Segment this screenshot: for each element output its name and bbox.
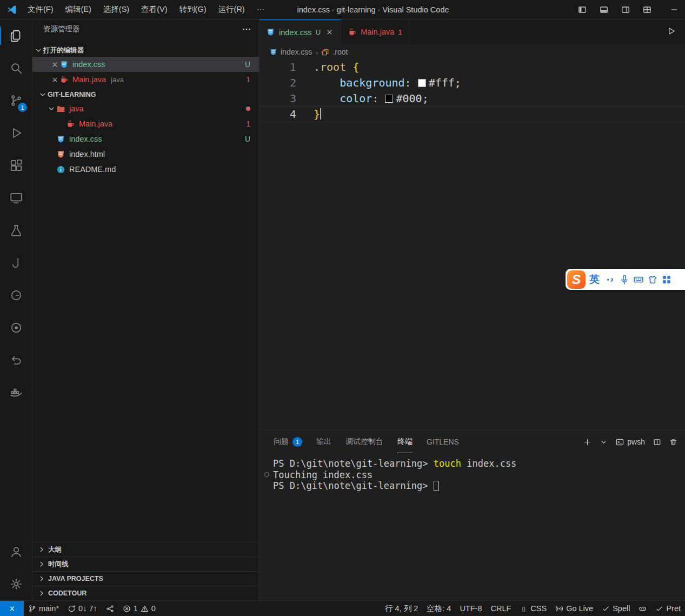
more-actions-icon[interactable] [242, 24, 251, 34]
menu-item-5[interactable]: 运行(R) [212, 0, 250, 19]
launch-profile-button[interactable] [600, 438, 608, 446]
run-button[interactable] [667, 27, 677, 37]
panel-tab-0[interactable]: 问题1 [274, 430, 302, 453]
line-number[interactable]: 1 [260, 59, 296, 75]
activity-extensions[interactable] [0, 149, 32, 182]
color-swatch[interactable] [418, 79, 426, 87]
activity-java[interactable] [0, 247, 32, 279]
remote-icon [8, 605, 16, 613]
activity-source-control[interactable]: 1 [0, 84, 32, 117]
status-source-control-graph[interactable] [102, 601, 118, 616]
panel-tab-2[interactable]: 调试控制台 [345, 430, 383, 453]
status-copilot[interactable] [634, 601, 651, 616]
shell-pwsh-button[interactable]: pwsh [616, 438, 645, 446]
activity-remote-explorer[interactable] [0, 182, 32, 214]
status-cursor-position[interactable]: 行 4, 列 2 [381, 601, 422, 616]
sidebar-section-0[interactable]: 大纲 [32, 542, 259, 557]
menu-item-0[interactable]: 文件(F) [22, 0, 59, 19]
activity-gradle[interactable] [0, 279, 32, 312]
tab-index.css[interactable]: index.cssU [260, 19, 341, 44]
line-number[interactable]: 3 [260, 91, 296, 107]
menu-item-4[interactable]: 转到(G) [174, 0, 212, 19]
explorer-item-Main.java[interactable]: Main.java1 [32, 116, 259, 131]
toggle-panel-button[interactable] [593, 0, 615, 19]
breadcrumb-item[interactable]: .root [332, 48, 348, 56]
panel-tab-label: 问题 [274, 437, 289, 447]
status-problems[interactable]: 10 [118, 601, 160, 616]
status-indentation[interactable]: 空格: 4 [422, 601, 455, 616]
ime-skin-icon[interactable] [646, 274, 660, 285]
status-eol[interactable]: CRLF [486, 601, 515, 616]
tab-Main.java[interactable]: Main.java1 [341, 19, 409, 44]
activity-docker[interactable] [0, 376, 32, 409]
explorer-item-README.md[interactable]: README.md [32, 162, 259, 177]
toggle-sidebar-button[interactable] [571, 0, 593, 19]
status-language-mode[interactable]: {}CSS [515, 601, 551, 616]
activity-testing[interactable] [0, 214, 32, 247]
ime-grid-icon[interactable] [660, 274, 674, 285]
menu-item-1[interactable]: 编辑(E) [59, 0, 97, 19]
explorer-item-index.css[interactable]: index.cssU [32, 57, 259, 72]
line-number[interactable]: 4 [260, 107, 296, 122]
activity-explorer[interactable] [0, 19, 32, 52]
panel-tab-bar: 问题1输出调试控制台终端GITLENS pwsh [260, 430, 685, 453]
docker-icon [9, 386, 23, 400]
sidebar-section-3[interactable]: CODETOUR [32, 586, 259, 600]
status-branch[interactable]: main* [24, 601, 63, 616]
activity-search[interactable] [0, 52, 32, 84]
activity-run-and-debug[interactable] [0, 117, 32, 149]
panel-tab-3[interactable]: 终端 [397, 430, 413, 453]
split-terminal-button[interactable] [653, 438, 661, 446]
close-icon[interactable] [50, 76, 59, 83]
activity-settings[interactable] [0, 568, 32, 600]
menu-item-2[interactable]: 选择(S) [97, 0, 135, 19]
explorer-item-index.html[interactable]: index.html [32, 147, 259, 162]
terminal[interactable]: PS D:\git\note\git-learning> touch index… [260, 453, 685, 600]
new-terminal-button[interactable] [583, 438, 591, 446]
activity-coverage[interactable] [0, 312, 32, 344]
breadcrumb-item[interactable]: index.css [281, 48, 312, 56]
sidebar-section-1[interactable]: 时间线 [32, 557, 259, 571]
sogou-logo[interactable]: S [567, 270, 586, 289]
status-prettier[interactable]: Pret [651, 601, 685, 616]
window-controls [571, 0, 685, 19]
explorer-item-index.css[interactable]: index.cssU [32, 131, 259, 147]
sidebar-filler [32, 177, 259, 542]
panel-tab-4[interactable]: GITLENS [427, 430, 459, 453]
minimize-button[interactable] [663, 0, 685, 19]
kill-terminal-button[interactable] [669, 438, 677, 446]
status-go-live[interactable]: Go Live [551, 601, 597, 616]
status-sync[interactable]: 0↓ 7↑ [63, 601, 102, 616]
menu-item-6[interactable]: ··· [251, 0, 271, 19]
activity-codetour[interactable] [0, 344, 32, 376]
color-swatch[interactable] [385, 95, 393, 103]
ime-keyboard-icon[interactable] [631, 274, 646, 285]
explorer-item-Main.java[interactable]: Main.javajava1 [32, 72, 259, 87]
open-editors-header[interactable]: 打开的编辑器 [32, 44, 259, 57]
panel-tab-1[interactable]: 输出 [316, 430, 331, 453]
status-spell-checker[interactable]: Spell [597, 601, 634, 616]
menu-item-3[interactable]: 查看(V) [135, 0, 173, 19]
ime-language-toggle[interactable]: 英 [589, 273, 600, 287]
open-editors-label: 打开的编辑器 [43, 46, 84, 55]
toggle-secondary-sidebar-button[interactable] [615, 0, 636, 19]
status-encoding[interactable]: UTF-8 [455, 601, 486, 616]
line-number[interactable]: 2 [260, 75, 296, 91]
ime-punctuation-icon[interactable] [603, 274, 617, 285]
check-icon [655, 605, 663, 613]
close-icon[interactable] [50, 61, 59, 68]
status-remote[interactable] [0, 601, 24, 616]
gradle-icon [9, 288, 23, 302]
ime-mic-icon[interactable] [617, 274, 631, 285]
explorer-item-java[interactable]: java [32, 101, 259, 116]
bottom-panel: 问题1输出调试控制台终端GITLENS pwsh PS D:\git\note\… [260, 430, 685, 600]
customize-layout-button[interactable] [636, 0, 658, 19]
close-icon[interactable] [324, 29, 334, 36]
terminal-line-0: PS D:\git\note\git-learning> touch index… [273, 458, 685, 469]
activity-accounts[interactable] [0, 535, 32, 568]
trash-icon [669, 438, 677, 446]
workspace-header[interactable]: GIT-LEARNING [32, 88, 259, 101]
command-decoration-icon[interactable] [264, 472, 269, 477]
code-editor[interactable]: 1.root {2 background: #fff;3 color: #000… [260, 59, 685, 430]
sidebar-section-2[interactable]: JAVA PROJECTS [32, 571, 259, 586]
